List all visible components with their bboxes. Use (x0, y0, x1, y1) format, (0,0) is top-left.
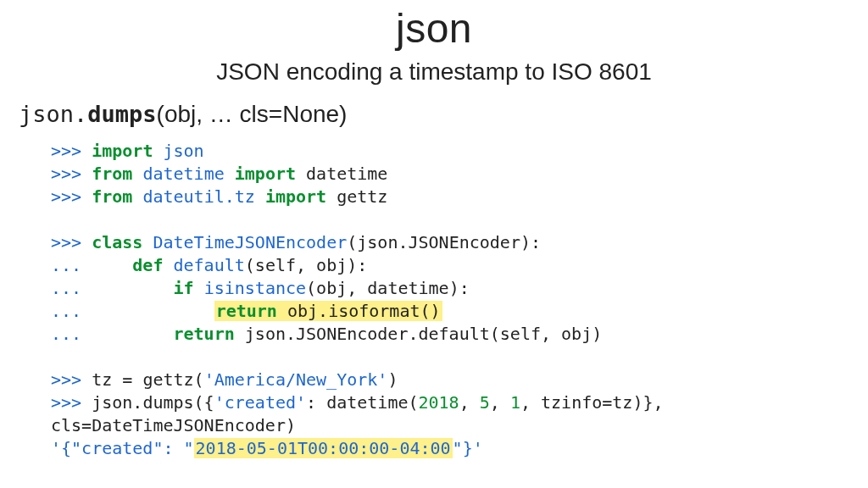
method-default: default (174, 255, 245, 275)
prompt: >>> (51, 186, 92, 207)
output-prefix: '{"created": " (51, 438, 194, 458)
name-gettz: gettz (337, 186, 387, 207)
name-datetime: datetime (306, 164, 387, 184)
obj: obj (287, 301, 318, 321)
method-params: (self, obj): (245, 255, 368, 275)
rparen: ) (387, 369, 398, 390)
kw-import: import (92, 141, 153, 161)
code-block: >>> import json >>> from datetime import… (51, 140, 868, 460)
kw-return: return (174, 324, 235, 344)
kw-from: from (92, 164, 132, 184)
num-day: 1 (510, 392, 520, 413)
kw-class: class (92, 232, 142, 252)
class-bases: (json.JSONEncoder): (347, 232, 541, 252)
slide-title: json (0, 5, 868, 52)
continuation: ... (51, 324, 132, 344)
comma: , (459, 392, 480, 413)
kw-def: def (132, 255, 163, 275)
dict-sep: : datetime( (306, 392, 418, 413)
dict-key: 'created' (214, 392, 306, 413)
kw-import: import (235, 164, 296, 184)
continuation: ... (51, 301, 132, 321)
output-suffix: "}' (453, 438, 483, 458)
sig-dot: . (74, 101, 87, 127)
method-isoformat: isoformat() (328, 301, 440, 321)
assign-tz: tz = gettz( (92, 369, 203, 390)
kw-from: from (92, 186, 132, 207)
kw-return: return (216, 301, 277, 321)
num-year: 2018 (419, 392, 459, 413)
prompt: >>> (51, 392, 92, 413)
dt-kwargs: , tzinfo=tz)}, (520, 392, 664, 413)
continuation: ... (51, 255, 132, 275)
module-datetime: datetime (142, 164, 224, 184)
sig-module: json (19, 101, 74, 127)
num-month: 5 (480, 392, 490, 413)
kw-import: import (265, 186, 326, 207)
module-json: json (163, 141, 203, 161)
class-name: DateTimeJSONEncoder (153, 232, 347, 252)
fallback-return: json.JSONEncoder.default(self, obj) (245, 324, 602, 344)
function-signature: json.dumps(obj, … cls=None) (19, 101, 868, 128)
string-tzname: 'America/New_York' (204, 369, 388, 390)
module-dateutil: dateutil.tz (142, 186, 254, 207)
sig-func: dumps (87, 101, 156, 127)
call-isinstance: isinstance (204, 278, 306, 298)
sig-rest: (obj, … cls=None) (157, 101, 348, 127)
isinstance-args: (obj, datetime): (306, 278, 470, 298)
highlighted-return: return obj.isoformat() (214, 301, 442, 321)
prompt: >>> (51, 141, 92, 161)
prompt: >>> (51, 164, 92, 184)
slide-subtitle: JSON encoding a timestamp to ISO 8601 (0, 58, 868, 86)
comma: , (490, 392, 510, 413)
call-dumps: json.dumps({ (92, 392, 214, 413)
highlighted-iso-timestamp: 2018-05-01T00:00:00-04:00 (194, 438, 453, 458)
prompt: >>> (51, 369, 92, 390)
output-line: '{"created": "2018-05-01T00:00:00-04:00"… (51, 438, 483, 458)
kw-if: if (174, 278, 194, 298)
continuation: ... (51, 278, 132, 298)
cls-kwarg: cls=DateTimeJSONEncoder) (51, 415, 296, 435)
prompt: >>> (51, 232, 92, 252)
dot: . (318, 301, 328, 321)
